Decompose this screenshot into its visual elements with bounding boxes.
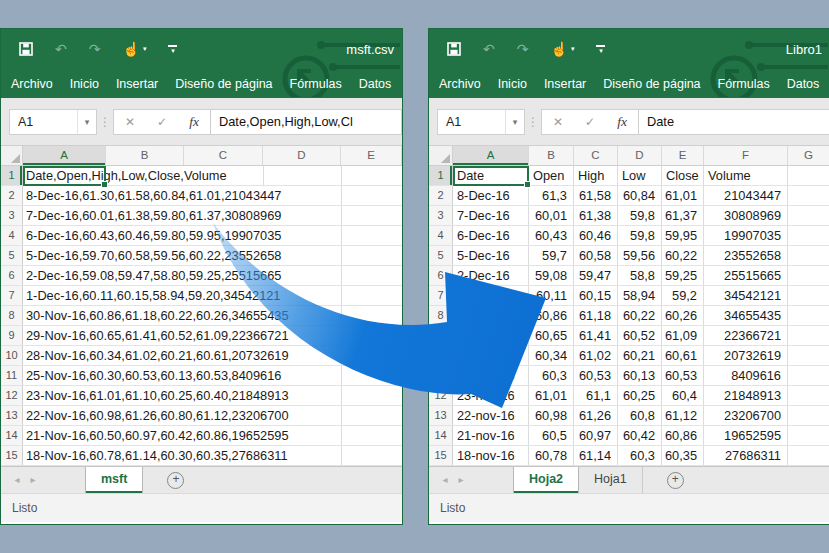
sheet-nav-right-icon[interactable]: ▸ bbox=[453, 467, 469, 493]
cell[interactable]: 61,1 bbox=[574, 386, 618, 405]
sheet-tab-msft[interactable]: msft bbox=[85, 467, 143, 493]
cell[interactable]: 22366721 bbox=[704, 326, 788, 345]
cell[interactable]: 21848913 bbox=[704, 386, 788, 405]
row-header[interactable]: 12 bbox=[429, 386, 453, 405]
cell[interactable]: 29-nov-16 bbox=[453, 326, 529, 345]
row-header[interactable]: 1 bbox=[1, 166, 23, 185]
table-row[interactable]: 1028-Nov-16,60.34,61.02,60.21,60.61,2073… bbox=[1, 346, 402, 366]
undo-icon[interactable]: ↶ bbox=[55, 42, 67, 56]
cell[interactable]: 21-nov-16 bbox=[453, 426, 529, 445]
redo-icon[interactable]: ↷ bbox=[89, 42, 101, 56]
cell[interactable]: 30-nov-16 bbox=[453, 306, 529, 325]
cell[interactable]: Date bbox=[453, 166, 529, 185]
cell[interactable]: 59,56 bbox=[618, 246, 662, 265]
table-row[interactable]: 1322-Nov-16,60.98,61.26,60.80,61.12,2320… bbox=[1, 406, 402, 426]
sheet-nav-right-icon[interactable]: ▸ bbox=[25, 467, 41, 493]
ribbon-tab-fórmulas[interactable]: Fórmulas bbox=[290, 77, 342, 91]
cell[interactable]: High bbox=[574, 166, 618, 185]
cell[interactable] bbox=[788, 226, 829, 245]
ribbon-tab-insertar[interactable]: Insertar bbox=[116, 77, 158, 91]
name-box[interactable]: A1 ▾ bbox=[437, 109, 525, 135]
ribbon-tab-archivo[interactable]: Archivo bbox=[439, 77, 481, 91]
cell[interactable]: 20732619 bbox=[704, 346, 788, 365]
ribbon-tab-diseño-de-página[interactable]: Diseño de página bbox=[603, 77, 700, 91]
cell[interactable]: 22-nov-16 bbox=[453, 406, 529, 425]
chevron-down-icon[interactable]: ▾ bbox=[505, 110, 524, 134]
row-header[interactable]: 7 bbox=[429, 286, 453, 305]
row-header[interactable]: 8 bbox=[429, 306, 453, 325]
add-sheet-button[interactable]: + bbox=[167, 472, 184, 489]
row-header[interactable]: 4 bbox=[1, 226, 23, 245]
cell[interactable] bbox=[788, 166, 829, 185]
save-icon[interactable] bbox=[19, 42, 33, 56]
cell[interactable] bbox=[788, 406, 829, 425]
table-row[interactable]: 1421-nov-1660,560,9760,4260,8619652595 bbox=[429, 426, 829, 446]
cell[interactable] bbox=[788, 386, 829, 405]
cell[interactable]: 60,65 bbox=[529, 326, 574, 345]
cell[interactable]: Close bbox=[662, 166, 704, 185]
cell[interactable]: 60,26 bbox=[662, 306, 704, 325]
undo-icon[interactable]: ↶ bbox=[483, 42, 495, 56]
cell[interactable]: 61,3 bbox=[529, 186, 574, 205]
cell[interactable] bbox=[788, 326, 829, 345]
save-icon[interactable] bbox=[447, 42, 461, 56]
cell[interactable]: 61,14 bbox=[574, 446, 618, 465]
redo-icon[interactable]: ↷ bbox=[517, 42, 529, 56]
cell[interactable]: 61,58 bbox=[574, 186, 618, 205]
column-header-A[interactable]: A bbox=[23, 146, 106, 165]
cell[interactable]: 60,86 bbox=[662, 426, 704, 445]
cell[interactable]: 60,46 bbox=[574, 226, 618, 245]
row-header[interactable]: 6 bbox=[1, 266, 23, 285]
cell[interactable]: 61,26 bbox=[574, 406, 618, 425]
cell[interactable]: 28-nov-16 bbox=[453, 346, 529, 365]
touch-mode-icon[interactable]: ☝▾ bbox=[122, 42, 146, 56]
row-header[interactable]: 6 bbox=[429, 266, 453, 285]
table-row[interactable]: 28-Dec-1661,361,5860,8461,0121043447 bbox=[429, 186, 829, 206]
enter-icon[interactable]: ✓ bbox=[157, 115, 167, 129]
table-row[interactable]: 46-Dec-1660,4360,4659,859,9519907035 bbox=[429, 226, 829, 246]
ribbon-tab-archivo[interactable]: Archivo bbox=[11, 77, 53, 91]
ribbon-tab-diseño-de-página[interactable]: Diseño de página bbox=[175, 77, 272, 91]
cell[interactable] bbox=[788, 426, 829, 445]
cell[interactable]: 58,8 bbox=[618, 266, 662, 285]
formula-input[interactable]: Date,Open,High,Low,Cl bbox=[211, 109, 402, 135]
cell[interactable] bbox=[788, 366, 829, 385]
cell[interactable]: 61,38 bbox=[574, 206, 618, 225]
ribbon-tab-insertar[interactable]: Insertar bbox=[544, 77, 586, 91]
column-header-A[interactable]: A bbox=[453, 146, 529, 165]
cell[interactable]: 25-nov-16 bbox=[453, 366, 529, 385]
table-row[interactable]: 1DateOpenHighLowCloseVolume bbox=[429, 166, 829, 186]
cell[interactable]: 61,12 bbox=[662, 406, 704, 425]
table-row[interactable]: 71-Dec-16,60.11,60.15,58.94,59.20,345421… bbox=[1, 286, 402, 306]
ribbon-tab-datos[interactable]: Datos bbox=[787, 77, 820, 91]
cell[interactable]: 60,22 bbox=[662, 246, 704, 265]
cancel-icon[interactable]: ✕ bbox=[553, 115, 563, 129]
insert-function-icon[interactable]: fx bbox=[189, 114, 199, 130]
row-header[interactable]: 2 bbox=[1, 186, 23, 205]
cell[interactable]: 60,34 bbox=[529, 346, 574, 365]
row-header[interactable]: 9 bbox=[1, 326, 23, 345]
cell[interactable]: 59,95 bbox=[662, 226, 704, 245]
cell[interactable]: 60,25 bbox=[618, 386, 662, 405]
row-header[interactable]: 5 bbox=[1, 246, 23, 265]
cell[interactable]: 61,18 bbox=[574, 306, 618, 325]
table-row[interactable]: 1125-Nov-16,60.30,60.53,60.13,60.53,8409… bbox=[1, 366, 402, 386]
row-header[interactable]: 8 bbox=[1, 306, 23, 325]
cell[interactable]: 60,3 bbox=[529, 366, 574, 385]
cell[interactable]: 59,8 bbox=[618, 206, 662, 225]
row-header[interactable]: 14 bbox=[429, 426, 453, 445]
cell[interactable]: 60,01 bbox=[529, 206, 574, 225]
table-row[interactable]: 1421-Nov-16,60.50,60.97,60.42,60.86,1965… bbox=[1, 426, 402, 446]
sheet-tab-hoja1[interactable]: Hoja1 bbox=[579, 467, 643, 493]
row-header[interactable]: 14 bbox=[1, 426, 23, 445]
ribbon-tab-inicio[interactable]: Inicio bbox=[70, 77, 99, 91]
column-header-C[interactable]: C bbox=[574, 146, 618, 165]
cell[interactable]: 25515665 bbox=[704, 266, 788, 285]
cell[interactable]: 60,52 bbox=[618, 326, 662, 345]
ribbon-tab-fórmulas[interactable]: Fórmulas bbox=[718, 77, 770, 91]
cell[interactable] bbox=[788, 446, 829, 465]
enter-icon[interactable]: ✓ bbox=[585, 115, 595, 129]
cell[interactable]: 60,61 bbox=[662, 346, 704, 365]
cell[interactable]: 61,01 bbox=[662, 186, 704, 205]
cell[interactable]: 60,8 bbox=[618, 406, 662, 425]
